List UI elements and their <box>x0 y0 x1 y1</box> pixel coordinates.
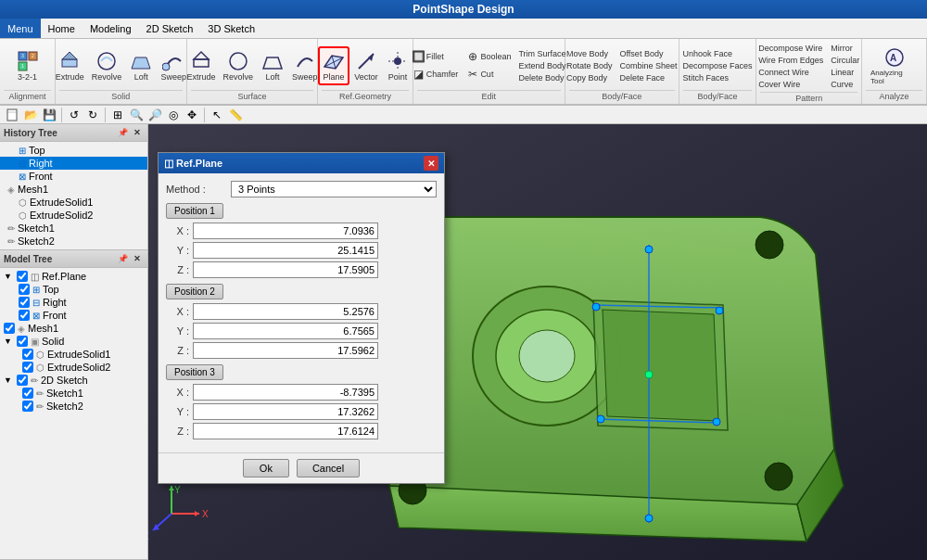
ribbon-btn-wirefromedges[interactable]: Wire From Edges <box>756 55 826 66</box>
toolbar-btn-new[interactable] <box>4 107 20 123</box>
ribbon-btn-deleteface[interactable]: Delete Face <box>617 72 680 83</box>
2dsketch-checkbox[interactable] <box>17 375 28 386</box>
pos2-z-row: Z : <box>166 342 437 359</box>
dialog-close-btn[interactable]: ✕ <box>424 156 438 171</box>
model-item-2dsketch[interactable]: ▼ 2D Sketch <box>0 374 147 387</box>
menu-item-3dsketch[interactable]: 3D Sketch <box>200 19 262 38</box>
ribbon-btn-curve[interactable]: Curve <box>828 79 862 90</box>
top-checkbox[interactable] <box>19 284 30 295</box>
model-item-refplane[interactable]: ▼ ◫ Ref.Plane <box>0 270 147 283</box>
ribbon-btn-extrude-surface[interactable]: Extrude <box>184 48 219 83</box>
history-item-sketch2[interactable]: Sketch2 <box>0 235 147 248</box>
ribbon-btn-loft-surface[interactable]: Loft <box>258 48 287 83</box>
ribbon-btn-revolve-surface[interactable]: Revolve <box>221 48 257 83</box>
pos2-y-input[interactable] <box>193 323 378 339</box>
solid-checkbox[interactable] <box>17 336 28 347</box>
ribbon-btn-copybody[interactable]: Copy Body <box>564 72 616 83</box>
ribbon-btn-coverwire[interactable]: Cover Wire <box>756 79 826 90</box>
toolbar-btn-zoom-in[interactable]: 🔍 <box>128 107 145 123</box>
sketch2-model-checkbox[interactable] <box>22 401 33 412</box>
pos2-z-input[interactable] <box>193 342 378 359</box>
toolbar-btn-rotate[interactable]: ◎ <box>165 107 182 123</box>
model-item-right[interactable]: Right <box>0 296 147 309</box>
ribbon-btn-offset[interactable]: Offset Body <box>617 48 680 59</box>
menu-item-modeling[interactable]: Modeling <box>83 19 139 38</box>
ribbon-btn-stitch[interactable]: Stitch Faces <box>680 72 756 83</box>
ribbon-btn-321[interactable]: 3 2 1 3-2-1 <box>13 48 43 83</box>
ribbon-btn-unhook[interactable]: Unhook Face <box>680 48 756 59</box>
ribbon-btn-circular[interactable]: Circular <box>828 55 862 66</box>
toolbar-btn-undo[interactable]: ↺ <box>66 107 83 123</box>
history-tree-pin-btn[interactable]: 📌 <box>116 126 129 139</box>
ribbon-btn-decomposewire[interactable]: Decompose Wire <box>756 43 826 54</box>
ribbon-btn-movebody[interactable]: Move Body <box>564 48 616 59</box>
model-item-top[interactable]: Top <box>0 283 147 296</box>
pos1-y-input[interactable] <box>193 242 378 259</box>
toolbar-btn-measure[interactable]: 📏 <box>227 107 244 123</box>
toolbar-btn-save[interactable]: 💾 <box>41 107 57 123</box>
ribbon-btn-revolve-solid[interactable]: Revolve <box>89 48 125 83</box>
ribbon-btn-chamfer[interactable]: ◪ Chamfer <box>409 66 462 83</box>
refplane-checkbox[interactable] <box>17 271 28 282</box>
toolbar-btn-zoom-out[interactable]: 🔎 <box>146 107 163 123</box>
toolbar-btn-open[interactable]: 📂 <box>22 107 39 123</box>
ribbon-btn-decomposefaces[interactable]: Decompose Faces <box>680 60 756 71</box>
extrude1-checkbox[interactable] <box>22 349 33 360</box>
ribbon-btn-fillet[interactable]: 🔲 Fillet <box>409 48 462 65</box>
model-item-sketch2[interactable]: Sketch2 <box>0 400 147 413</box>
menu-item-2dsketch[interactable]: 2D Sketch <box>139 19 201 38</box>
model-tree-pin-btn[interactable]: 📌 <box>116 252 129 265</box>
menu-item-home[interactable]: Home <box>41 19 83 38</box>
position1-btn[interactable]: Position 1 <box>166 203 223 219</box>
history-item-top[interactable]: Top <box>0 144 147 157</box>
pos2-x-input[interactable] <box>193 303 378 320</box>
pos3-x-input[interactable] <box>193 384 378 401</box>
ribbon-btn-analyzing[interactable]: A Analyzing Tool <box>868 45 921 87</box>
ribbon-btn-plane[interactable]: Plane <box>318 46 349 85</box>
pos3-y-input[interactable] <box>193 403 378 420</box>
history-item-front[interactable]: Front <box>0 170 147 183</box>
ok-button[interactable]: Ok <box>243 459 289 477</box>
ribbon-btn-extrude-solid[interactable]: Extrude <box>53 48 87 83</box>
ribbon-btn-connectwire[interactable]: Connect Wire <box>756 67 826 78</box>
model-tree-close-btn[interactable]: ✕ <box>131 252 144 265</box>
history-item-extrude1[interactable]: ExtrudeSolid1 <box>0 196 147 209</box>
ribbon-btn-cut[interactable]: ✂ Cut <box>463 66 514 83</box>
history-item-sketch1[interactable]: Sketch1 <box>0 222 147 235</box>
cancel-button[interactable]: Cancel <box>297 459 360 477</box>
model-item-extrude1[interactable]: ExtrudeSolid1 <box>0 348 147 361</box>
toolbar-btn-select[interactable]: ↖ <box>209 107 225 123</box>
pos1-x-input[interactable] <box>193 223 378 239</box>
ribbon-btn-boolean[interactable]: ⊕ Boolean <box>463 48 514 65</box>
front-checkbox[interactable] <box>19 310 30 321</box>
ribbon-btn-rotatebody[interactable]: Rotate Body <box>564 60 616 71</box>
ribbon-btn-linear[interactable]: Linear <box>828 67 862 78</box>
model-item-extrude2[interactable]: ExtrudeSolid2 <box>0 361 147 374</box>
right-checkbox[interactable] <box>19 297 30 308</box>
history-tree-close-btn[interactable]: ✕ <box>131 126 144 139</box>
mesh1-checkbox[interactable] <box>4 323 15 334</box>
history-item-mesh1[interactable]: Mesh1 <box>0 183 147 196</box>
history-item-extrude2[interactable]: ExtrudeSolid2 <box>0 209 147 222</box>
ribbon-btn-mirror[interactable]: Mirror <box>828 43 862 54</box>
ribbon-btn-combine[interactable]: Combine Sheet <box>617 60 680 71</box>
pos3-z-input[interactable] <box>193 423 378 439</box>
model-item-sketch1[interactable]: Sketch1 <box>0 387 147 400</box>
model-item-mesh1[interactable]: Mesh1 <box>0 322 147 335</box>
ribbon-btn-loft-solid[interactable]: Loft <box>126 48 156 83</box>
sketch1-model-checkbox[interactable] <box>22 388 33 399</box>
toolbar-btn-pan[interactable]: ✥ <box>184 107 200 123</box>
method-select[interactable]: 3 Points Normal to Curve Angle to Plane <box>231 181 437 197</box>
ribbon-btn-vector[interactable]: Vector <box>351 48 381 83</box>
toolbar-btn-redo[interactable]: ↻ <box>84 107 101 123</box>
toolbar-btn-zoom-fit[interactable]: ⊞ <box>109 107 126 123</box>
history-item-right[interactable]: Right <box>0 157 147 170</box>
model-item-solid[interactable]: ▼ Solid <box>0 335 147 348</box>
extrude2-checkbox[interactable] <box>22 362 33 373</box>
position3-btn[interactable]: Position 3 <box>166 364 223 380</box>
pos1-z-input[interactable] <box>193 261 378 278</box>
menu-item-menu[interactable]: Menu <box>0 19 41 38</box>
viewport[interactable]: X Y Z ◫ Ref.Plane ✕ Method : <box>148 124 927 560</box>
model-item-front[interactable]: Front <box>0 309 147 322</box>
position2-btn[interactable]: Position 2 <box>166 284 223 299</box>
